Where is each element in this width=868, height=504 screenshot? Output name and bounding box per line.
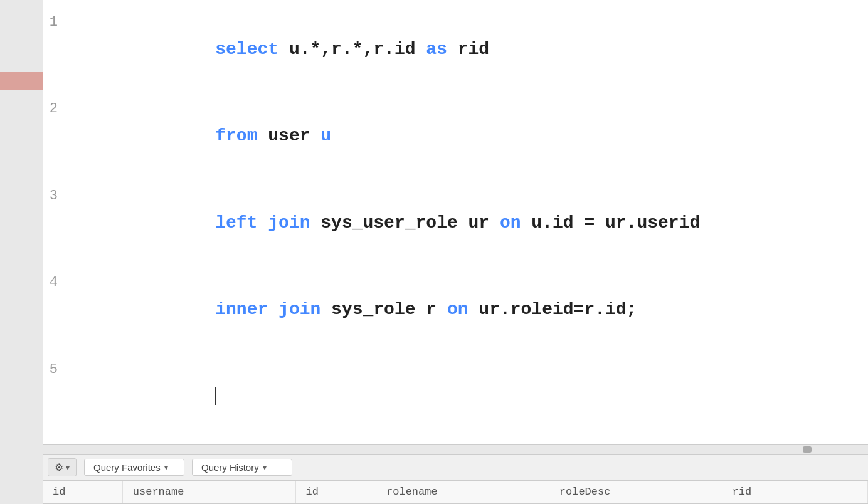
code-text: user: [257, 126, 320, 145]
line-number-2: 2: [43, 95, 68, 120]
line-content-2: from user u: [68, 92, 331, 178]
code-line-2: 2 from user u: [43, 92, 868, 178]
col-username: username: [122, 481, 295, 503]
query-favorites-label: Query Favorites: [93, 462, 161, 473]
line-number-1: 1: [43, 9, 68, 33]
col-rid: rid: [722, 481, 818, 503]
code-text: ur.roleid=r.id;: [468, 300, 637, 319]
sidebar-highlight: [0, 72, 43, 90]
kw-select: select: [215, 39, 278, 59]
kw-left: left: [215, 213, 257, 233]
code-line-4: 4 inner join sys_role r on ur.roleid=r.i…: [43, 265, 868, 352]
kw-join2: join: [278, 300, 320, 319]
results-table-container[interactable]: id username id rolename roleDesc rid 1aa…: [43, 481, 868, 504]
line-number-4: 4: [43, 269, 68, 293]
kw-as: as: [426, 39, 447, 59]
favorites-dropdown-arrow: ▾: [164, 463, 168, 472]
line-number-3: 3: [43, 182, 68, 207]
code-line-3: 3 left join sys_user_role ur on u.id = u…: [43, 179, 868, 265]
text-cursor: [215, 387, 216, 405]
kw-on2: on: [447, 300, 468, 319]
code-line-5: 5: [43, 352, 868, 439]
table-header-row: id username id rolename roleDesc rid: [43, 481, 868, 503]
gear-icon: ⚙: [55, 461, 63, 473]
line-content-5: [68, 352, 216, 439]
results-section: ⚙ ▾ Query Favorites ▾ Query History ▾: [43, 444, 868, 504]
code-line-1: 1 select u.*,r.*,r.id as rid: [43, 5, 868, 92]
left-sidebar: [0, 0, 43, 504]
line-number-5: 5: [43, 356, 68, 381]
line-content-1: select u.*,r.*,r.id as rid: [68, 5, 489, 92]
col-id2: id: [295, 481, 376, 503]
results-table: id username id rolename roleDesc rid 1aa…: [43, 481, 868, 504]
col-roledesc: roleDesc: [549, 481, 722, 503]
kw-u: u: [320, 126, 331, 145]
code-text: sys_user_role ur: [310, 213, 500, 233]
query-favorites-dropdown[interactable]: Query Favorites ▾: [84, 459, 184, 476]
history-dropdown-arrow: ▾: [263, 463, 267, 472]
main-container: 1 select u.*,r.*,r.id as rid 2 from user…: [0, 0, 868, 504]
query-history-label: Query History: [201, 462, 259, 473]
code-text: rid: [447, 39, 489, 59]
line-content-4: inner join sys_role r on ur.roleid=r.id;: [68, 265, 637, 352]
toolbar: ⚙ ▾ Query Favorites ▾ Query History ▾: [43, 454, 868, 481]
code-lines: 1 select u.*,r.*,r.id as rid 2 from user…: [43, 0, 868, 444]
code-text: [257, 213, 268, 233]
code-text: u.id = ur.userid: [521, 213, 701, 233]
scrollbar-area[interactable]: [43, 444, 868, 454]
kw-from: from: [215, 126, 257, 145]
content-area: 1 select u.*,r.*,r.id as rid 2 from user…: [0, 0, 868, 504]
scrollbar-thumb[interactable]: [803, 446, 812, 453]
line-content-3: left join sys_user_role ur on u.id = ur.…: [68, 179, 700, 265]
code-text: u.*,r.*,r.id: [278, 39, 426, 59]
kw-inner: inner: [215, 300, 268, 319]
editor-section: 1 select u.*,r.*,r.id as rid 2 from user…: [43, 0, 868, 504]
code-editor[interactable]: 1 select u.*,r.*,r.id as rid 2 from user…: [43, 0, 868, 444]
col-empty: [818, 481, 867, 503]
code-text: sys_role r: [320, 300, 447, 319]
gear-dropdown-arrow: ▾: [66, 463, 70, 472]
kw-on1: on: [500, 213, 521, 233]
gear-menu-button[interactable]: ⚙ ▾: [48, 458, 77, 476]
col-rolename: rolename: [376, 481, 549, 503]
col-id1: id: [43, 481, 122, 503]
code-text: [268, 300, 278, 319]
kw-join1: join: [268, 213, 310, 233]
query-history-dropdown[interactable]: Query History ▾: [192, 459, 292, 476]
